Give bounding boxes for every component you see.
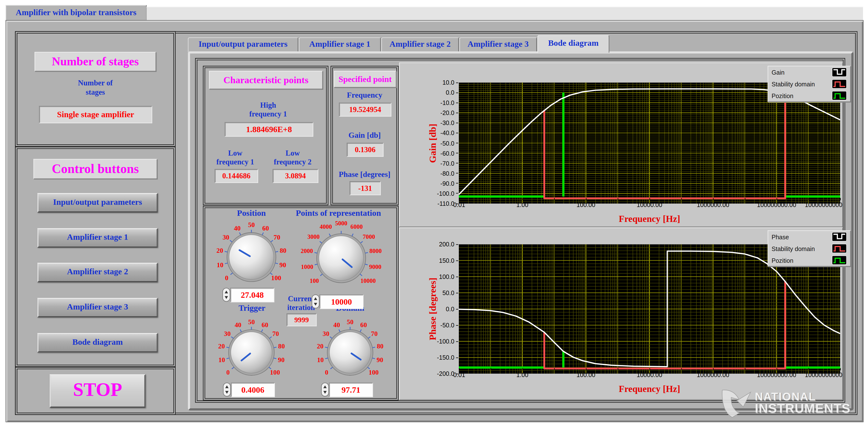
points-value-box[interactable]: 10000	[319, 295, 364, 309]
x-tick-10000.00: 10000.00	[627, 371, 672, 378]
domain-scale-0: 0	[325, 369, 329, 376]
x-tick-100.00: 100.00	[563, 201, 608, 208]
x-tick-mark	[840, 368, 841, 370]
points-scale-6000: 6000	[350, 223, 363, 230]
tab-amplifier-stage-2[interactable]: Amplifier stage 2	[381, 37, 459, 53]
points-knob[interactable]: 1001000200030004000500060007000800090001…	[297, 214, 385, 302]
position-scale-30: 30	[223, 234, 229, 241]
position-scale-80: 80	[280, 247, 286, 254]
domain-spin-down-icon[interactable]	[323, 391, 327, 393]
x-minor-tick-mark	[491, 368, 491, 370]
trigger-spin-up-icon[interactable]	[225, 386, 229, 388]
legend-item-pozition[interactable]: Pozition	[768, 90, 850, 101]
trigger-knob[interactable]: 0102030405060708090100	[212, 313, 291, 392]
position-scale-0: 0	[225, 274, 228, 282]
y-tick-mark	[456, 153, 458, 153]
legend-waveform-icon	[832, 244, 847, 253]
trigger-scale-50: 50	[248, 318, 255, 326]
points-spinner[interactable]	[312, 295, 319, 308]
amplifier-stage-3-button[interactable]: Amplifier stage 3	[37, 298, 158, 317]
position-value-box[interactable]: 27.048	[230, 288, 274, 302]
points-spin-down-icon[interactable]	[314, 303, 317, 305]
x-tick-mark	[522, 198, 523, 200]
tab-amplifier-stage-1[interactable]: Amplifier stage 1	[299, 37, 381, 53]
y-tick-0.0: 0.0	[422, 89, 455, 96]
low-frequency-1-value-box: 0.144686	[215, 169, 258, 183]
stages-value: Single stage amplifier	[57, 110, 134, 119]
points-scale-10000: 10000	[361, 277, 376, 284]
position-spinner[interactable]	[222, 288, 230, 302]
bode-diagram-button[interactable]: Bode diagram	[37, 333, 158, 353]
x-minor-tick-mark	[618, 198, 618, 200]
y-tick--10.0: -10.0	[422, 99, 455, 106]
high-frequency-1-value-box: 1.884696E+8	[225, 122, 313, 136]
ni-logo-text: NATIONAL INSTRUMENTS	[755, 391, 850, 416]
legend-waveform-icon	[832, 67, 847, 77]
phase-degrees-label: Phase [degrees]	[331, 170, 398, 179]
trigger-scale-70: 70	[272, 330, 279, 337]
x-minor-tick-mark	[618, 368, 618, 370]
position-spin-down-icon[interactable]	[225, 296, 228, 299]
stop-button[interactable]: STOP	[50, 374, 146, 407]
x-tick-0.01: 0.01	[453, 371, 498, 378]
x-tick-100000000.00: 100000000.00	[754, 371, 799, 378]
legend-item-stability-domain[interactable]: Stability domain	[768, 78, 850, 90]
y-tick-mark	[456, 143, 458, 143]
window-tab[interactable]: Amplifier with bipolar transistors	[6, 5, 147, 21]
trigger-scale-40: 40	[235, 321, 241, 329]
x-tick-mark	[586, 198, 587, 200]
y-tick-mark	[456, 293, 458, 293]
x-tick-100000000.00: 100000000.00	[754, 201, 799, 208]
controls-title: Control buttons	[52, 162, 139, 176]
position-knob[interactable]: 0102030405060708090100	[210, 216, 292, 298]
gain-legend[interactable]: GainStability domainPozition	[768, 66, 851, 102]
position-scale-60: 60	[262, 224, 269, 232]
trigger-scale-100: 100	[270, 369, 280, 376]
amplifier-stage-1-button[interactable]: Amplifier stage 1	[37, 228, 158, 248]
domain-value-box[interactable]: 97.71	[329, 383, 373, 397]
trigger-spinner[interactable]	[223, 383, 231, 397]
input-output-parameters-button[interactable]: Input/output parameters	[37, 193, 158, 213]
frequency-label: Frequency	[331, 91, 398, 100]
x-minor-tick-mark	[745, 368, 745, 370]
position-scale-90: 90	[280, 261, 286, 269]
trigger-value-box[interactable]: 0.4006	[231, 383, 275, 397]
points-spin-up-icon[interactable]	[314, 298, 317, 300]
frequency-value-box: 19.524954	[339, 102, 391, 117]
domain-spin-up-icon[interactable]	[323, 386, 327, 388]
legend-item-stability-domain[interactable]: Stability domain	[768, 243, 850, 254]
phase-legend[interactable]: PhaseStability domainPozition	[768, 230, 851, 267]
points-scale-8000: 8000	[369, 248, 381, 254]
trigger-scale-20: 20	[218, 342, 225, 350]
y-axis-label: Gain [db]	[428, 123, 439, 162]
position-scale-20: 20	[216, 247, 223, 254]
y-tick-mark	[456, 309, 458, 309]
tab-bode-diagram[interactable]: Bode diagram	[537, 35, 609, 53]
y-tick-mark	[456, 244, 458, 244]
y-tick-mark	[456, 193, 458, 194]
domain-knob[interactable]: 0102030405060708090100	[311, 313, 390, 392]
x-tick-mark	[777, 198, 777, 200]
domain-spinner[interactable]	[321, 383, 329, 397]
characteristic-points-title-box: Characteristic points	[209, 71, 323, 89]
points-scale-4000: 4000	[320, 223, 332, 230]
domain-scale-20: 20	[317, 342, 323, 350]
amplifier-stage-2-button[interactable]: Amplifier stage 2	[37, 263, 158, 282]
stages-title-box: Number of stages	[34, 52, 156, 71]
y-tick-mark	[456, 357, 458, 358]
domain-scale-60: 60	[360, 321, 367, 329]
legend-item-phase[interactable]: Phase	[768, 231, 850, 243]
y-axis-label: Phase [degrees]	[428, 278, 439, 341]
tab-input-output-parameters[interactable]: Input/output parameters	[188, 37, 298, 53]
trigger-spin-down-icon[interactable]	[225, 391, 229, 393]
legend-item-gain[interactable]: Gain	[768, 66, 850, 78]
y-tick-mark	[456, 183, 458, 183]
legend-item-pozition[interactable]: Pozition	[768, 254, 850, 266]
y-tick-mark	[456, 92, 458, 93]
stages-panel: Number of stages Number of stages Single…	[15, 31, 176, 147]
position-spin-up-icon[interactable]	[225, 291, 228, 293]
phase-bode-graph: 200.0150.0100.050.00.0-50.0-100.0-150.0-…	[399, 227, 843, 400]
trigger-scale-90: 90	[278, 356, 284, 364]
low-frequency-1-label: Low frequency 1	[210, 149, 260, 167]
tab-amplifier-stage-3[interactable]: Amplifier stage 3	[459, 37, 537, 53]
